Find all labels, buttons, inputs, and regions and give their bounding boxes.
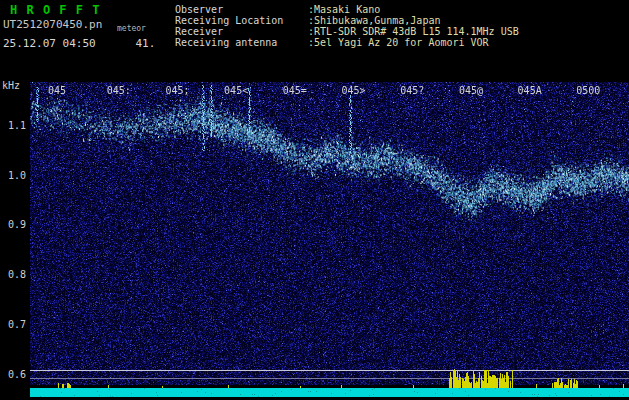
- station-info: Observer:Masaki KanoReceiving Location:S…: [175, 4, 519, 48]
- x-tick-label: 045@: [459, 86, 483, 96]
- x-tick-label: 045?: [400, 86, 424, 96]
- y-tick-label: 1.1: [8, 121, 26, 131]
- frequency-axis-unit: kHz: [2, 81, 20, 91]
- info-row: Receiving antenna:5el Yagi Az 20 for Aom…: [175, 37, 519, 48]
- y-tick-label: 0.9: [8, 220, 26, 230]
- x-tick-label: 045: [48, 86, 66, 96]
- x-tick-label: 045A: [518, 86, 542, 96]
- hrofft-window: H R O F F T UT2512070450.pn meteor 25.12…: [0, 0, 629, 400]
- filename-note: meteor: [117, 25, 146, 33]
- info-row: Receiving Location:Shibukawa,Gunma,Japan: [175, 15, 519, 26]
- x-tick-label: 045>: [342, 86, 366, 96]
- info-label: Observer: [175, 4, 308, 15]
- info-row: Observer:Masaki Kano: [175, 4, 519, 15]
- info-label: Receiving antenna: [175, 37, 308, 48]
- y-tick-label: 0.8: [8, 270, 26, 280]
- info-label: Receiving Location: [175, 15, 308, 26]
- x-tick-label: 045:: [107, 86, 131, 96]
- app-title: H R O F F T: [10, 4, 100, 16]
- info-label: Receiver: [175, 26, 308, 37]
- x-tick-label: 045<: [224, 86, 248, 96]
- info-value: :Shibukawa,Gunma,Japan: [308, 15, 440, 26]
- info-row: Receiver:RTL-SDR SDR# 43dB L15 114.1MHz …: [175, 26, 519, 37]
- spectrogram: [30, 82, 629, 400]
- timestamp: 25.12.07 04:50 41.: [3, 38, 155, 49]
- x-tick-label: 045=: [283, 86, 307, 96]
- info-value: :Masaki Kano: [308, 4, 380, 15]
- y-tick-label: 0.7: [8, 320, 26, 330]
- filename: UT2512070450.pn: [3, 19, 102, 30]
- y-tick-label: 1.0: [8, 171, 26, 181]
- x-tick-label: 045;: [165, 86, 189, 96]
- info-value: :5el Yagi Az 20 for Aomori VOR: [308, 37, 489, 48]
- x-tick-label: 0500: [576, 86, 600, 96]
- y-tick-label: 0.6: [8, 370, 26, 380]
- info-value: :RTL-SDR SDR# 43dB L15 114.1MHz USB: [308, 26, 519, 37]
